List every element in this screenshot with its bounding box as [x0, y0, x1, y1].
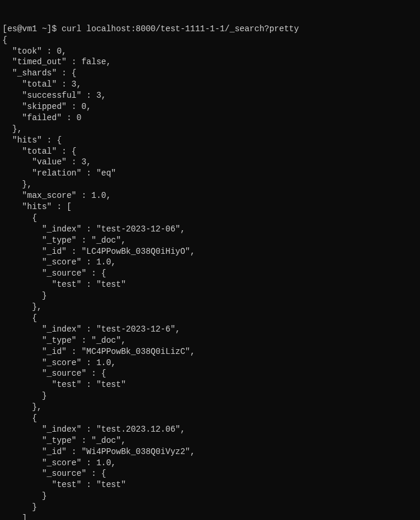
prompt-line: [es@vm1 ~]$ curl localhost:8000/test-111…	[2, 24, 418, 35]
output-line: "total" : 3,	[2, 79, 418, 90]
output-line: {	[2, 35, 418, 46]
output-line: }	[2, 290, 418, 302]
output-line: },	[2, 179, 418, 190]
prompt-command: curl localhost:8000/test-1111-1-1/_searc…	[62, 24, 299, 34]
output-line: "value" : 3,	[2, 157, 418, 168]
terminal-output: { "took" : 0, "timed_out" : false, "_sha…	[2, 35, 418, 520]
output-line: "test" : "test"	[2, 379, 418, 390]
output-line: "_index" : "test-2023-12-6",	[2, 324, 418, 335]
output-line: {	[2, 413, 418, 424]
output-line: "_source" : {	[2, 368, 418, 379]
output-line: {	[2, 313, 418, 324]
output-line: "_score" : 1.0,	[2, 357, 418, 369]
output-line: "_source" : {	[2, 268, 418, 279]
output-line: "_shards" : {	[2, 68, 418, 79]
output-line: "test" : "test"	[2, 279, 418, 290]
output-line: "successful" : 3,	[2, 90, 418, 101]
prompt-user-host: [es@vm1 ~]$	[2, 24, 56, 34]
output-line: "_id" : "Wi4PPowBk_038Q0iVyz2",	[2, 446, 418, 458]
output-line: },	[2, 124, 418, 135]
terminal-window[interactable]: [es@vm1 ~]$ curl localhost:8000/test-111…	[0, 0, 420, 520]
output-line: "failed" : 0	[2, 112, 418, 124]
output-line: "skipped" : 0,	[2, 101, 418, 112]
output-line: "_index" : "test-2023-12-06",	[2, 224, 418, 235]
output-line: "_type" : "_doc",	[2, 235, 418, 246]
output-line: "_id" : "LC4PPowBk_038Q0iHiyO",	[2, 246, 418, 257]
output-line: },	[2, 302, 418, 313]
output-line: ]	[2, 513, 418, 520]
output-line: "total" : {	[2, 146, 418, 157]
output-line: "relation" : "eq"	[2, 168, 418, 179]
output-line: "test" : "test"	[2, 479, 418, 491]
output-line: },	[2, 402, 418, 413]
output-line: }	[2, 502, 418, 513]
output-line: }	[2, 491, 418, 502]
output-line: {	[2, 213, 418, 224]
output-line: }	[2, 390, 418, 402]
output-line: "_score" : 1.0,	[2, 458, 418, 469]
output-line: "_type" : "_doc",	[2, 435, 418, 446]
output-line: "took" : 0,	[2, 46, 418, 57]
output-line: "hits" : [	[2, 201, 418, 213]
output-line: "_type" : "_doc",	[2, 335, 418, 346]
output-line: "_id" : "MC4PPowBk_038Q0iLizC",	[2, 346, 418, 357]
output-line: "_source" : {	[2, 468, 418, 479]
output-line: "_index" : "test.2023.12.06",	[2, 424, 418, 435]
output-line: "max_score" : 1.0,	[2, 190, 418, 201]
output-line: "timed_out" : false,	[2, 57, 418, 68]
output-line: "_score" : 1.0,	[2, 257, 418, 268]
output-line: "hits" : {	[2, 135, 418, 146]
